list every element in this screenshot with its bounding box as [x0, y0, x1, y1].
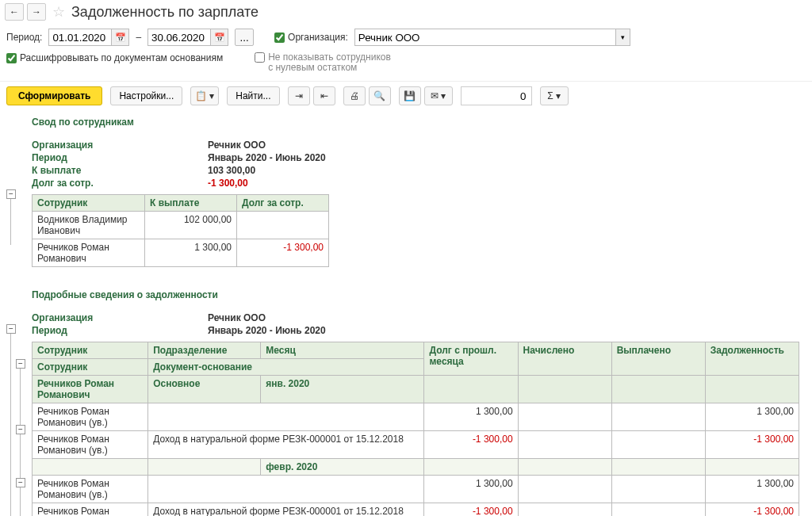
collapse-all-icon[interactable]: ⇤ — [313, 86, 335, 105]
summary-pay-label: К выплате — [32, 165, 208, 176]
table-row: Водников Владимир Иванович 102 000,00 — [33, 212, 329, 239]
calendar-from-icon[interactable]: 📅 — [112, 29, 129, 46]
collapse-toggle-icon[interactable]: − — [16, 359, 25, 369]
preview-icon[interactable]: 🔍 — [369, 86, 391, 105]
save-icon[interactable]: 💾 — [399, 86, 421, 105]
collapse-toggle-icon[interactable]: − — [16, 478, 25, 487]
summary-debt-value: -1 300,00 — [208, 178, 248, 189]
summary-org-value: Речник ООО — [208, 140, 266, 151]
col-paid: Выплачено — [611, 342, 705, 376]
section-title-detail: Подробные сведения о задолженности — [32, 286, 812, 304]
date-dash: – — [136, 32, 141, 43]
page-title: Задолженность по зарплате — [71, 4, 259, 21]
period-label: Период: — [6, 32, 42, 43]
summary-table: Сотрудник К выплате Долг за сотр. Водник… — [32, 194, 329, 267]
find-button[interactable]: Найти... — [227, 86, 279, 105]
tree-gutter: − − − − − — [3, 113, 32, 516]
section-title-summary: Свод по сотрудникам — [32, 113, 812, 131]
sigma-dropdown-icon[interactable]: Σ ▾ — [540, 86, 569, 105]
col-employee2: Сотрудник — [33, 359, 148, 376]
summary-org-label: Организация — [32, 140, 208, 151]
collapse-toggle-icon[interactable]: − — [16, 425, 25, 434]
col-document: Документ-основание — [148, 359, 424, 376]
detail-period-value: Январь 2020 - Июнь 2020 — [208, 325, 326, 336]
col-accrued: Начислено — [518, 342, 611, 376]
detail-table: Сотрудник Подразделение Месяц Долг с про… — [32, 342, 799, 516]
summary-debt-label: Долг за сотр. — [32, 178, 208, 189]
date-from-input[interactable] — [48, 29, 112, 46]
group-row: Речников Роман Романович Основное янв. 2… — [33, 376, 799, 403]
form-report-button[interactable]: Сформировать — [6, 86, 102, 105]
expand-docs-label: Расшифровывать по документам основаниям — [20, 52, 223, 63]
org-dropdown-icon[interactable]: ▾ — [616, 29, 630, 46]
table-row: Речников Роман Романович (ув.) Доход в н… — [33, 431, 799, 459]
settings-button[interactable]: Настройки... — [110, 86, 182, 105]
detail-period-label: Период — [32, 325, 208, 336]
summary-period-value: Январь 2020 - Июнь 2020 — [208, 152, 326, 163]
detail-org-label: Организация — [32, 312, 208, 323]
date-to-input[interactable] — [147, 29, 211, 46]
table-row: Речников Роман Романович (ув.) 1 300,00 … — [33, 403, 799, 431]
summary-pay-value: 103 300,00 — [208, 165, 255, 176]
hide-zero-checkbox[interactable] — [255, 52, 265, 63]
expand-docs-checkbox[interactable] — [6, 53, 17, 63]
summary-period-label: Период — [32, 152, 208, 163]
hide-zero-label: Не показывать сотрудников с нулевым оста… — [268, 52, 391, 73]
nav-forward-button[interactable]: → — [27, 3, 46, 21]
org-checkbox[interactable] — [274, 32, 285, 43]
col-debt: Задолженность — [705, 342, 799, 376]
period-ellipsis-button[interactable]: ... — [235, 29, 254, 46]
collapse-toggle-icon[interactable]: − — [6, 324, 16, 334]
print-icon[interactable]: 🖨 — [343, 86, 366, 105]
col-pay: К выплате — [145, 195, 237, 212]
col-employee: Сотрудник — [33, 342, 148, 359]
favorite-star-icon[interactable]: ☆ — [52, 3, 65, 21]
calendar-to-icon[interactable]: 📅 — [211, 29, 228, 46]
col-prev-debt: Долг с прошл. месяца — [424, 342, 518, 376]
collapse-toggle-icon[interactable]: − — [6, 189, 16, 199]
month-row: февр. 2020 — [33, 459, 799, 476]
org-input[interactable] — [354, 29, 616, 46]
table-row: Речников Роман Романович 1 300,00 -1 300… — [33, 239, 329, 267]
table-row: Речников Роман Романович (ув.) 1 300,00 … — [33, 476, 799, 503]
sum-input[interactable] — [461, 86, 532, 105]
variant-dropdown-button[interactable]: 📋 ▾ — [190, 86, 219, 105]
email-dropdown-icon[interactable]: ✉ ▾ — [424, 86, 453, 105]
org-label: Организация: — [288, 32, 348, 43]
expand-all-icon[interactable]: ⇥ — [288, 86, 310, 105]
nav-back-button[interactable]: ← — [5, 3, 24, 21]
col-month: Месяц — [261, 342, 424, 359]
col-department: Подразделение — [148, 342, 261, 359]
col-employee: Сотрудник — [33, 195, 145, 212]
col-debt: Долг за сотр. — [237, 195, 329, 212]
table-row: Речников Роман Романович (ув.) Доход в н… — [33, 503, 799, 517]
detail-org-value: Речник ООО — [208, 312, 266, 323]
